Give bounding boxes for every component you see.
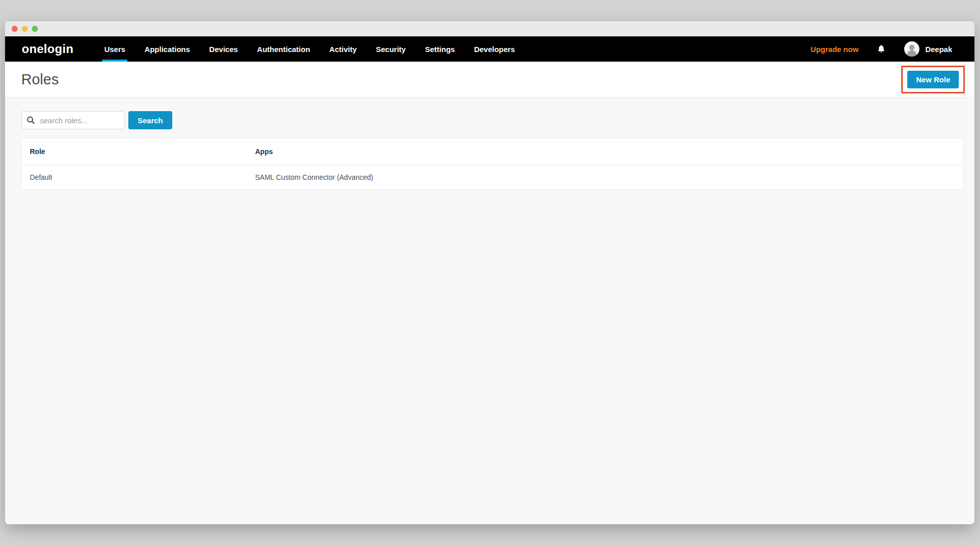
search-row: Search xyxy=(21,111,963,129)
zoom-window-button[interactable] xyxy=(32,26,38,32)
page-title: Roles xyxy=(21,71,59,88)
role-name-cell[interactable]: Default xyxy=(30,173,255,181)
app-window: onelogin Users Applications Devices Auth… xyxy=(5,21,974,524)
nav-menu: Users Applications Devices Authenticatio… xyxy=(94,36,524,62)
new-role-button[interactable]: New Role xyxy=(907,71,959,88)
nav-item-developers[interactable]: Developers xyxy=(464,36,524,62)
roles-table-header: Role Apps xyxy=(22,138,963,165)
search-roles-input[interactable] xyxy=(21,111,125,129)
navbar-right-section: Upgrade now Deepak xyxy=(811,36,952,62)
window-titlebar xyxy=(5,21,974,36)
nav-item-authentication[interactable]: Authentication xyxy=(248,36,320,62)
onelogin-logo[interactable]: onelogin xyxy=(22,42,73,56)
nav-item-users[interactable]: Users xyxy=(94,36,135,62)
search-icon xyxy=(27,116,35,124)
table-row[interactable]: Default SAML Custom Connector (Advanced) xyxy=(22,165,963,189)
user-menu[interactable]: Deepak xyxy=(904,41,952,57)
notification-bell-icon[interactable] xyxy=(876,44,887,54)
page-header: Roles New Role xyxy=(5,62,974,97)
column-header-role: Role xyxy=(30,147,255,156)
user-name: Deepak xyxy=(925,45,952,54)
role-apps-cell: SAML Custom Connector (Advanced) xyxy=(255,173,963,181)
top-navbar: onelogin Users Applications Devices Auth… xyxy=(5,36,974,62)
nav-item-settings[interactable]: Settings xyxy=(415,36,464,62)
search-button[interactable]: Search xyxy=(128,111,172,129)
nav-item-devices[interactable]: Devices xyxy=(200,36,248,62)
roles-content: Search Role Apps Default SAML Custom Con… xyxy=(5,97,974,524)
minimize-window-button[interactable] xyxy=(22,26,28,32)
column-header-apps: Apps xyxy=(255,147,963,156)
nav-item-security[interactable]: Security xyxy=(366,36,415,62)
nav-item-applications[interactable]: Applications xyxy=(135,36,200,62)
upgrade-now-link[interactable]: Upgrade now xyxy=(811,45,859,54)
roles-table: Role Apps Default SAML Custom Connector … xyxy=(21,138,963,190)
annotation-highlight-box: New Role xyxy=(901,66,965,93)
avatar xyxy=(904,41,919,57)
search-box xyxy=(21,111,125,129)
window-controls xyxy=(12,26,38,32)
nav-item-activity[interactable]: Activity xyxy=(320,36,366,62)
close-window-button[interactable] xyxy=(12,26,18,32)
